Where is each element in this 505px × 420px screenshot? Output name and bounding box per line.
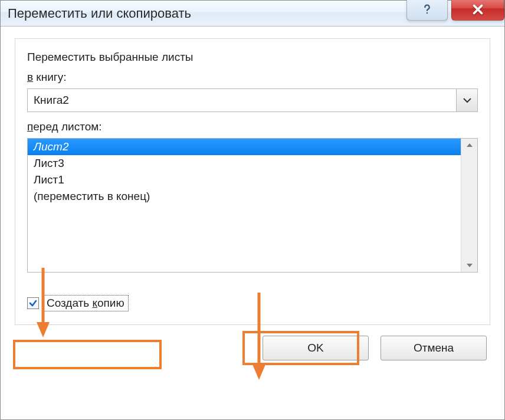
scroll-down-icon bbox=[466, 262, 473, 268]
list-item[interactable]: Лист3 bbox=[28, 155, 461, 172]
book-dropdown-button[interactable] bbox=[456, 89, 477, 111]
svg-point-0 bbox=[427, 12, 428, 14]
content-outer: Переместить выбранные листы в книгу: Кни… bbox=[1, 27, 504, 375]
sheet-label: перед листом: bbox=[27, 120, 478, 133]
copy-checkbox[interactable] bbox=[27, 297, 39, 309]
book-label-accel: в bbox=[27, 71, 33, 83]
book-label: в книгу: bbox=[27, 71, 478, 84]
sheet-label-text: еред листом: bbox=[33, 120, 101, 133]
copy-label-post: опию bbox=[97, 297, 124, 309]
copy-label-pre: Создать bbox=[47, 297, 92, 309]
titlebar[interactable]: Переместить или скопировать bbox=[1, 1, 504, 27]
cancel-button[interactable]: Отмена bbox=[381, 336, 487, 360]
book-dropdown-value: Книга2 bbox=[28, 94, 456, 107]
sheet-listbox-items: Лист2Лист3Лист1(переместить в конец) bbox=[28, 139, 461, 272]
copy-label-accel: к bbox=[92, 297, 97, 309]
book-dropdown[interactable]: Книга2 bbox=[27, 88, 478, 112]
list-item[interactable]: Лист2 bbox=[28, 139, 461, 155]
titlebar-buttons bbox=[406, 0, 504, 21]
close-button[interactable] bbox=[451, 0, 504, 21]
help-button[interactable] bbox=[406, 0, 448, 21]
ok-button[interactable]: OK bbox=[263, 336, 369, 360]
sheet-listbox[interactable]: Лист2Лист3Лист1(переместить в конец) bbox=[27, 138, 478, 273]
content-panel: Переместить выбранные листы в книгу: Кни… bbox=[15, 38, 490, 325]
copy-checkbox-row: Создать копию bbox=[27, 295, 478, 311]
help-icon bbox=[421, 3, 434, 16]
dialog-title: Переместить или скопировать bbox=[8, 6, 191, 21]
list-item[interactable]: Лист1 bbox=[28, 172, 461, 188]
chevron-down-icon bbox=[463, 97, 471, 103]
sheet-label-accel: п bbox=[27, 120, 33, 133]
book-label-text: книгу: bbox=[33, 71, 66, 83]
dialog-buttons: OK Отмена bbox=[15, 336, 490, 360]
dialog-window: Переместить или скопировать Переместить … bbox=[0, 0, 505, 420]
scrollbar[interactable] bbox=[461, 139, 477, 272]
scroll-up-icon bbox=[466, 142, 473, 148]
list-item[interactable]: (переместить в конец) bbox=[28, 188, 461, 205]
close-icon bbox=[470, 2, 486, 17]
instruction-label: Переместить выбранные листы bbox=[27, 51, 478, 64]
check-icon bbox=[28, 298, 38, 308]
copy-checkbox-label[interactable]: Создать копию bbox=[42, 295, 129, 311]
